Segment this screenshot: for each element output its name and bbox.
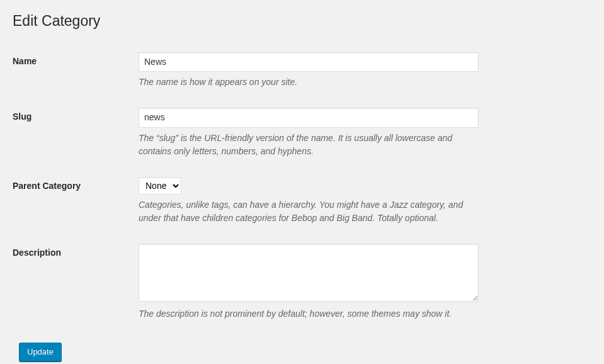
edit-category-form: Name The name is how it appears on your … <box>13 43 591 330</box>
slug-help-text: The “slug” is the URL-friendly version o… <box>139 132 479 158</box>
update-button[interactable]: Update <box>19 343 62 361</box>
parent-category-select[interactable]: None <box>139 177 181 195</box>
parent-help-text: Categories, unlike tags, can have a hier… <box>139 198 479 225</box>
description-label: Description <box>13 234 139 330</box>
name-label: Name <box>13 43 139 99</box>
description-textarea[interactable] <box>139 244 479 302</box>
name-input[interactable] <box>139 52 479 72</box>
parent-category-label: Parent Category <box>13 168 139 234</box>
name-help-text: The name is how it appears on your site. <box>139 76 479 89</box>
page-title: Edit Category <box>13 6 591 33</box>
description-help-text: The description is not prominent by defa… <box>139 307 479 321</box>
slug-label: Slug <box>13 98 139 168</box>
slug-input[interactable] <box>139 108 479 128</box>
